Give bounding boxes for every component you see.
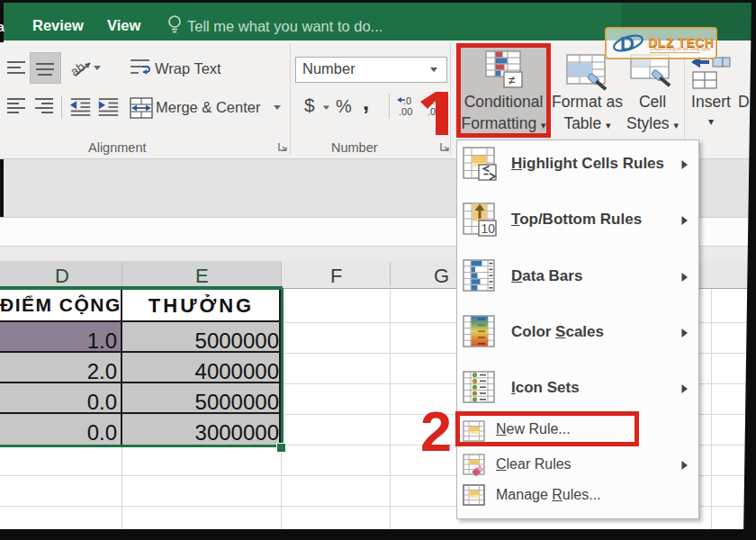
svg-text:10: 10 <box>482 221 496 236</box>
svg-text:D: D <box>620 32 634 55</box>
svg-text:.0: .0 <box>403 95 411 106</box>
svg-text:ab: ab <box>70 59 87 79</box>
svg-text:.00: .00 <box>399 106 412 117</box>
